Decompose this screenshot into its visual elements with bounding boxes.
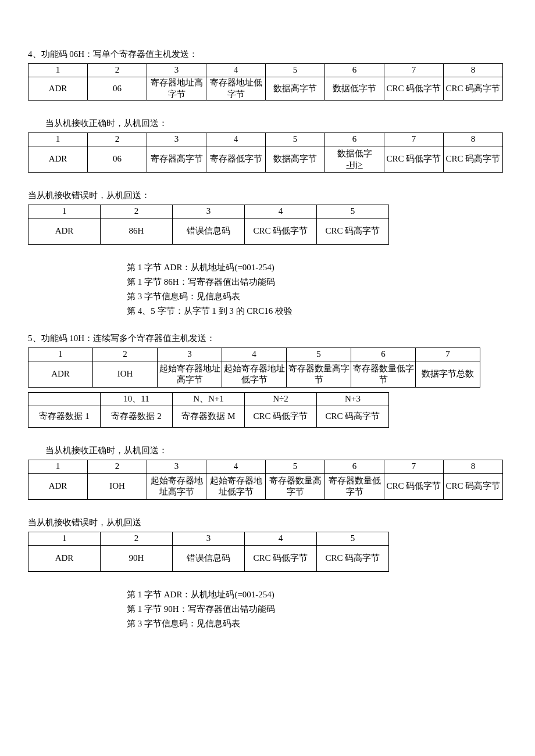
table-cell: CRC 码低字节	[384, 474, 444, 500]
table-header: 2	[88, 133, 147, 146]
table-cell: 起始寄存器地址低字节	[222, 361, 287, 388]
table-header: 1	[28, 64, 88, 77]
table-cell: 06	[88, 77, 147, 101]
table-cell: 寄存器数据 M	[173, 406, 245, 428]
table-cell: 90H	[101, 546, 173, 572]
table-cell: CRC 码低字节	[245, 406, 317, 428]
table-header: 1	[28, 133, 88, 146]
section5-send-table1: 1 2 3 4 5 6 7 ADR IOH 起始寄存器地址高字节 起始寄存器地址…	[28, 347, 480, 388]
table-header: 7	[384, 64, 444, 77]
table-header: 7	[384, 133, 444, 146]
section5-err-title: 当从机接收错误时，从机回送	[28, 517, 507, 528]
section4-ok-title: 当从机接收正确时，从机回送：	[45, 118, 507, 129]
table-cell: ADR	[28, 546, 101, 572]
table-cell: 起始寄存器地址低字节	[206, 474, 266, 500]
table-cell: CRC 码高字节	[444, 146, 503, 173]
table-cell: 起始寄存器地址高字节	[147, 474, 206, 500]
section5-err-table: 1 2 3 4 5 ADR 90H 错误信息码 CRC 码低字节 CRC 码高字…	[28, 532, 389, 572]
table-header: 1	[28, 348, 93, 361]
table-header: N、N+1	[173, 393, 245, 406]
table-cell: CRC 码低字节	[384, 146, 444, 173]
section4-err-table: 1 2 3 4 5 ADR 86H 错误信息码 CRC 码低字节 CRC 码高字…	[28, 205, 389, 245]
table-cell: 数据高字节	[266, 146, 325, 173]
note-line: 第 1 字节 ADR：从机地址码(=001-254)	[127, 589, 507, 600]
table-header: 1	[28, 532, 101, 546]
table-header: N+3	[317, 393, 389, 406]
table-cell: CRC 码高字节	[317, 546, 389, 572]
table-cell: CRC 码高字节	[444, 474, 503, 500]
table-header: 5	[266, 133, 325, 146]
section4-send-table: 1 2 3 4 5 6 7 8 ADR 06 寄存器地址高字节 寄存器地址低字节…	[28, 63, 503, 101]
table-header: 8	[444, 133, 503, 146]
table-header: 4	[206, 133, 266, 146]
table-header: 7	[416, 348, 480, 361]
table-header: 3	[173, 205, 245, 218]
note-line: 第 1 字节 ADR：从机地址码(=001-254)	[127, 262, 507, 273]
table-cell: 06	[88, 146, 147, 173]
table-cell: IOH	[93, 361, 158, 388]
table-header: 2	[88, 64, 147, 77]
table-cell: 寄存器数据 2	[101, 406, 173, 428]
section4-err-title: 当从机接收错误时，从机回送：	[28, 190, 507, 201]
table-header: 6	[325, 64, 384, 77]
note-line: 第 1 字节 90H：写寄存器值出错功能码	[127, 604, 507, 615]
table-header: 4	[206, 64, 266, 77]
table-cell: CRC 码高字节	[317, 406, 389, 428]
table-header: 5	[266, 460, 325, 474]
table-header: 4	[245, 532, 317, 546]
table-header: 4	[206, 460, 266, 474]
table-header: 5	[287, 348, 351, 361]
table-header: 6	[351, 348, 416, 361]
table-cell: 寄存器地址低字节	[206, 77, 266, 101]
table-cell: ADR	[28, 218, 101, 245]
table-cell: 错误信息码	[173, 218, 245, 245]
table-cell: CRC 码低字节	[245, 546, 317, 572]
table-header: 5	[266, 64, 325, 77]
table-header: 3	[173, 532, 245, 546]
table-cell: 数据字节总数	[416, 361, 480, 388]
table-cell: ADR	[28, 474, 88, 500]
table-cell: 数据低字节	[325, 77, 384, 101]
section5-ok-table: 1 2 3 4 5 6 7 8 ADR IOH 起始寄存器地址高字节 起始寄存器…	[28, 460, 503, 500]
section5-ok-title: 当从机接收正确时，从机回送：	[45, 445, 507, 456]
table-cell: ADR	[28, 146, 88, 173]
table-cell: 寄存器数量低字节	[325, 474, 384, 500]
table-header: 3	[147, 64, 206, 77]
note-line: 第 4、5 字节：从字节 1 到 3 的 CRC16 校验	[127, 306, 507, 317]
table-header: 6	[325, 460, 384, 474]
note-line: 第 1 字节 86H：写寄存器值出错功能码	[127, 277, 507, 288]
table-cell: CRC 码高字节	[317, 218, 389, 245]
table-header: 6	[325, 133, 384, 146]
table-cell: CRC 码高字节	[444, 77, 503, 101]
section5-send-table2: 10、11 N、N+1 N÷2 N+3 寄存器数据 1 寄存器数据 2 寄存器数…	[28, 392, 389, 428]
note-line: 第 3 字节信息码：见信息码表	[127, 291, 507, 302]
table-header: 5	[317, 532, 389, 546]
section5-notes: 第 1 字节 ADR：从机地址码(=001-254) 第 1 字节 90H：写寄…	[127, 589, 507, 629]
table-header: 3	[147, 133, 206, 146]
table-cell: 86H	[101, 218, 173, 245]
table-header: N÷2	[245, 393, 317, 406]
table-header: 7	[384, 460, 444, 474]
table-cell: 数据低字-Hj>	[325, 146, 384, 173]
note-line: 第 3 字节信息码：见信息码表	[127, 618, 507, 629]
table-cell: 起始寄存器地址高字节	[158, 361, 222, 388]
section4-ok-table: 1 2 3 4 5 6 7 8 ADR 06 寄存器高字节 寄存器低字节 数据高…	[28, 132, 503, 173]
table-header: 3	[158, 348, 222, 361]
table-cell: 寄存器地址高字节	[147, 77, 206, 101]
table-cell: 寄存器数量高字节	[266, 474, 325, 500]
table-header: 2	[88, 460, 147, 474]
table-cell: 寄存器数量低字节	[351, 361, 416, 388]
table-header: 2	[93, 348, 158, 361]
section5-title: 5、功能码 10H：连续写多个寄存器值主机发送：	[28, 333, 507, 344]
table-cell: ADR	[28, 77, 88, 101]
table-cell: 寄存器数据 1	[28, 406, 101, 428]
table-cell: 错误信息码	[173, 546, 245, 572]
table-header: 4	[245, 205, 317, 218]
table-header: 5	[317, 205, 389, 218]
table-cell: CRC 码低字节	[245, 218, 317, 245]
table-header: 2	[101, 205, 173, 218]
section4-notes: 第 1 字节 ADR：从机地址码(=001-254) 第 1 字节 86H：写寄…	[127, 262, 507, 317]
table-header	[28, 393, 101, 406]
table-header: 4	[222, 348, 287, 361]
table-cell: 数据高字节	[266, 77, 325, 101]
